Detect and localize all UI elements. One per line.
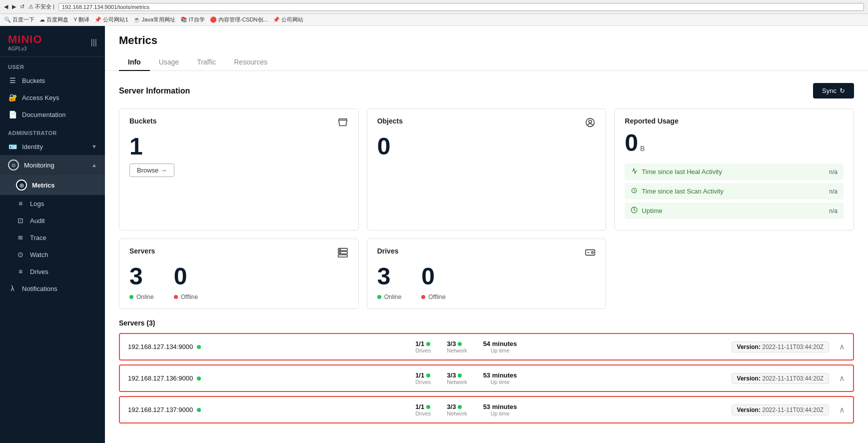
drives-card-label: Drives [377, 247, 399, 255]
server-row-1: 192.168.127.134:9000 1/1 Drives 3/3 Netw… [119, 333, 854, 360]
sidebar-trace-label: Trace [30, 234, 46, 242]
logo-sub: AGPLv3 [8, 46, 42, 52]
drives-online-label: Online [384, 294, 402, 300]
drives-offline-dot [421, 295, 425, 299]
reported-usage-label: Reported Usage [625, 117, 844, 125]
browser-bar: ◀ ▶ ↺ ⚠ 不安全 | 192.168.127.134:9001/tools… [0, 0, 868, 14]
server-2-status-dot [197, 376, 201, 380]
bookmark-it[interactable]: 📚 IT自学 [180, 16, 205, 24]
sidebar-item-logs[interactable]: ≡ Logs [0, 195, 105, 212]
servers-offline-value: 0 [174, 264, 198, 288]
usage-value: 0 [625, 129, 638, 156]
sidebar-metrics-label: Metrics [32, 182, 55, 189]
buckets-card: Buckets 1 Browse → [119, 108, 359, 230]
trace-icon: ≋ [16, 234, 25, 242]
sidebar-item-access-keys[interactable]: 🔐 Access Keys [0, 89, 105, 106]
sidebar-notifications-label: Notifications [22, 285, 57, 292]
servers-section: Servers (3) 192.168.127.134:9000 1/1 Dri… [119, 319, 854, 424]
svg-point-10 [592, 252, 594, 254]
sidebar-item-trace[interactable]: ≋ Trace [0, 229, 105, 246]
servers-card-label: Servers [129, 247, 155, 255]
metrics-icon: ◎ [16, 180, 27, 190]
access-keys-icon: 🔐 [8, 94, 17, 102]
server-3-uptime: 53 minutes Up time [483, 403, 517, 416]
drives-card-icon [585, 247, 596, 260]
servers-online-dot [129, 295, 133, 299]
bookmark-site2[interactable]: 📌 公司网站 [273, 16, 303, 24]
sidebar-item-identity[interactable]: 🪪 Identity ▼ [0, 138, 105, 155]
server-3-status-dot [197, 408, 201, 412]
sync-button[interactable]: Sync ↻ [813, 83, 854, 98]
server-ip-2: 192.168.127.136:9000 [128, 374, 201, 382]
servers-offline-dot [174, 295, 178, 299]
logs-icon: ≡ [16, 200, 25, 208]
nav-refresh-icon[interactable]: ↺ [20, 4, 24, 10]
nav-forward-icon[interactable]: ▶ [12, 4, 16, 10]
bookmark-site1[interactable]: 📌 公司网站1 [94, 16, 128, 24]
documentation-icon: 📄 [8, 110, 17, 118]
sidebar-item-drives[interactable]: ≡ Drives [0, 263, 105, 280]
bookmark-translate[interactable]: Y 翻译 [73, 16, 89, 24]
sync-icon: ↻ [840, 87, 845, 94]
sidebar-item-buckets[interactable]: ☰ Buckets [0, 72, 105, 89]
drives-offline-label: Offline [428, 294, 445, 300]
sidebar-access-keys-label: Access Keys [22, 94, 59, 102]
sidebar-item-metrics[interactable]: ◎ Metrics [0, 175, 105, 195]
drives-offline-value: 0 [421, 264, 445, 288]
bookmark-java[interactable]: ☕ Java常用网址 [133, 16, 175, 24]
bookmark-baidu[interactable]: 🔍 百度一下 [4, 16, 34, 24]
sidebar-drives-label: Drives [30, 268, 48, 276]
browse-button[interactable]: Browse → [129, 164, 174, 177]
sidebar-item-audit[interactable]: ⊡ Audit [0, 212, 105, 229]
heal-value: n/a [829, 168, 838, 176]
heal-label: Time since last Heal Activity [642, 168, 722, 176]
url-bar[interactable]: 192.168.127.134:9001/tools/metrics [58, 3, 864, 11]
server-ip-1: 192.168.127.134:9000 [128, 343, 201, 350]
sidebar-item-notifications[interactable]: λ Notifications [0, 280, 105, 297]
sidebar-watch-label: Watch [30, 251, 48, 258]
scan-value: n/a [829, 188, 838, 195]
tab-info[interactable]: Info [119, 54, 150, 71]
drives-online-dot [377, 295, 381, 299]
uptime-value: n/a [829, 208, 838, 214]
sidebar-item-documentation[interactable]: 📄 Documentation [0, 106, 105, 123]
server-1-collapse-icon[interactable]: ∧ [839, 342, 845, 352]
scan-activity-row: Time since last Scan Activity n/a [625, 183, 844, 200]
nav-back-icon[interactable]: ◀ [4, 4, 8, 10]
server-3-collapse-icon[interactable]: ∧ [839, 405, 845, 414]
servers-section-title: Servers (3) [119, 319, 854, 327]
bookmark-csdn[interactable]: 🔴 内容管理-CSDN创... [210, 16, 268, 24]
sidebar-item-monitoring[interactable]: ⊙ Monitoring ▲ [0, 155, 105, 175]
audit-icon: ⊡ [16, 216, 25, 224]
sidebar-logs-label: Logs [30, 200, 44, 208]
reported-usage-card: Reported Usage 0 B Time since last Heal … [614, 108, 854, 230]
uptime-label: Uptime [642, 207, 662, 214]
servers-card: Servers 3 Online [119, 238, 359, 309]
buckets-card-label: Buckets [129, 117, 156, 125]
sidebar-documentation-label: Documentation [22, 111, 65, 118]
tab-resources[interactable]: Resources [225, 54, 276, 71]
sidebar-buckets-label: Buckets [22, 77, 45, 84]
servers-online-label: Online [136, 294, 154, 300]
tabs-container: Info Usage Traffic Resources [119, 54, 854, 70]
drives-card: Drives 3 Online [367, 238, 607, 309]
server-2-network: 3/3 Network [447, 372, 467, 385]
notifications-icon: λ [8, 284, 17, 292]
bookmark-pan[interactable]: ☁ 百度网盘 [39, 16, 68, 24]
sidebar-item-watch[interactable]: ⊙ Watch [0, 246, 105, 263]
server-3-network: 3/3 Network [447, 403, 467, 416]
sidebar-toggle-icon[interactable]: ||| [91, 38, 97, 47]
buckets-icon: ☰ [8, 76, 17, 84]
buckets-card-icon [337, 117, 348, 130]
sidebar: MINIO AGPLv3 ||| User ☰ Buckets 🔐 Access… [0, 26, 105, 443]
servers-offline-label: Offline [181, 294, 198, 300]
objects-card: Objects 0 [367, 108, 607, 230]
section-header: Server Information Sync ↻ [119, 83, 854, 98]
tab-usage[interactable]: Usage [150, 54, 188, 71]
server-row-2: 192.168.127.136:9000 1/1 Drives 3/3 Netw… [119, 364, 854, 392]
server-row-3: 192.168.127.137:9000 1/1 Drives 3/3 Netw… [119, 396, 854, 424]
server-2-collapse-icon[interactable]: ∧ [839, 374, 845, 383]
scan-icon [631, 187, 638, 196]
tab-traffic[interactable]: Traffic [188, 54, 225, 71]
objects-card-icon [585, 117, 596, 130]
